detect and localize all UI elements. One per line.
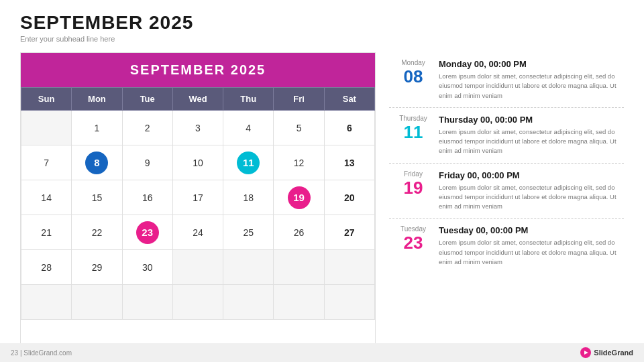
calendar-cell: 18 <box>223 180 274 215</box>
calendar-cell <box>223 250 274 285</box>
calendar-cell: 24 <box>172 215 223 250</box>
page-subtitle: Enter your subhead line here <box>20 35 624 43</box>
calendar-cell: 27 <box>324 215 374 250</box>
calendar-cell: 9 <box>122 145 172 180</box>
calendar-title: SEPTEMBER 2025 <box>21 53 375 87</box>
event-day-name: Monday <box>401 59 425 66</box>
event-day-num: 11 <box>404 123 423 141</box>
calendar-cell: 7 <box>21 145 72 180</box>
day-header-mon: Mon <box>72 88 122 111</box>
calendar-cell: 2 <box>122 111 172 145</box>
calendar-cell: 25 <box>223 215 274 250</box>
calendar-cell: 14 <box>21 180 72 215</box>
calendar-cell <box>274 285 324 320</box>
calendar-cell: 5 <box>274 111 324 145</box>
calendar-week-row: 21222324252627 <box>21 215 375 250</box>
event-day-name: Thursday <box>399 115 427 122</box>
highlighted-day: 23 <box>136 221 159 244</box>
calendar-cell: 29 <box>72 250 122 285</box>
event-details: Thursday 00, 00:00 PM Lorem ipsum dolor … <box>439 115 619 156</box>
day-header-sat: Sat <box>324 88 374 111</box>
calendar-cell: 3 <box>172 111 223 145</box>
event-details: Friday 00, 00:00 PM Lorem ipsum dolor si… <box>439 170 619 212</box>
calendar-cell: 16 <box>122 180 172 215</box>
calendar-cell: 21 <box>21 215 72 250</box>
calendar-cell: 12 <box>274 145 324 180</box>
day-header-tue: Tue <box>122 88 172 111</box>
event-desc: Lorem ipsum dolor sit amet, consectetur … <box>439 238 619 267</box>
event-desc: Lorem ipsum dolor sit amet, consectetur … <box>439 183 619 212</box>
event-day-name: Friday <box>404 170 423 178</box>
calendar-cell: 17 <box>172 180 223 215</box>
calendar-cell <box>324 285 374 320</box>
event-item: Friday 19 Friday 00, 00:00 PM Lorem ipsu… <box>389 164 624 219</box>
calendar-cell <box>72 285 122 320</box>
event-item: Tuesday 23 Tuesday 00, 00:00 PM Lorem ip… <box>389 219 624 274</box>
calendar-cell: 22 <box>72 215 122 250</box>
logo-icon <box>580 347 591 358</box>
calendar-cell: 1 <box>72 111 122 145</box>
calendar-cell <box>172 285 223 320</box>
calendar-cell: 13 <box>324 145 374 180</box>
event-item: Thursday 11 Thursday 00, 00:00 PM Lorem … <box>389 108 624 164</box>
day-header-sun: Sun <box>21 88 72 111</box>
highlighted-day: 19 <box>288 186 311 209</box>
event-title: Tuesday 00, 00:00 PM <box>439 225 619 235</box>
calendar-cell: 4 <box>223 111 274 145</box>
logo-text: SlideGrand <box>594 349 633 357</box>
calendar-cell <box>324 250 374 285</box>
event-title: Thursday 00, 00:00 PM <box>439 115 619 125</box>
highlighted-day: 11 <box>237 152 260 174</box>
page-header: SEPTEMBER 2025 Enter your subhead line h… <box>0 0 644 46</box>
event-day-col: Monday 08 <box>394 59 432 85</box>
calendar-cell <box>122 285 172 320</box>
calendar-header-row: Sun Mon Tue Wed Thu Fri Sat <box>21 88 375 111</box>
calendar-cell: 6 <box>324 111 374 145</box>
event-day-num: 19 <box>404 179 423 196</box>
page-title: SEPTEMBER 2025 <box>20 12 624 34</box>
calendar-week-row: 282930 <box>21 250 375 285</box>
event-details: Monday 00, 00:00 PM Lorem ipsum dolor si… <box>439 59 619 101</box>
footer: 23 | SlideGrand.com SlideGrand <box>0 343 644 362</box>
calendar-cell <box>274 250 324 285</box>
main-content: SEPTEMBER 2025 Sun Mon Tue Wed Thu Fri S… <box>0 46 644 361</box>
calendar-cell: 8 <box>72 145 122 180</box>
event-day-num: 08 <box>404 68 423 85</box>
event-day-col: Tuesday 23 <box>394 225 432 251</box>
calendar-cell <box>21 111 72 145</box>
calendar-grid: Sun Mon Tue Wed Thu Fri Sat 123456789101… <box>21 87 375 320</box>
calendar-cell: 23 <box>122 215 172 250</box>
calendar-cell <box>172 250 223 285</box>
footer-left: 23 | SlideGrand.com <box>11 349 72 357</box>
highlighted-day: 8 <box>85 152 108 174</box>
calendar-cell: 26 <box>274 215 324 250</box>
event-item: Monday 08 Monday 00, 00:00 PM Lorem ipsu… <box>389 52 624 108</box>
calendar-week-row <box>21 285 375 320</box>
footer-site: | SlideGrand.com <box>20 349 72 357</box>
calendar-cell <box>223 285 274 320</box>
event-desc: Lorem ipsum dolor sit amet, consectetur … <box>439 72 619 101</box>
calendar-cell: 28 <box>21 250 72 285</box>
calendar: SEPTEMBER 2025 Sun Mon Tue Wed Thu Fri S… <box>20 52 376 354</box>
calendar-cell: 11 <box>223 145 274 180</box>
day-header-fri: Fri <box>274 88 324 111</box>
calendar-cell <box>21 285 72 320</box>
event-title: Monday 00, 00:00 PM <box>439 59 619 69</box>
calendar-cell: 10 <box>172 145 223 180</box>
event-title: Friday 00, 00:00 PM <box>439 170 619 180</box>
event-day-num: 23 <box>404 234 423 251</box>
event-desc: Lorem ipsum dolor sit amet, consectetur … <box>439 127 619 156</box>
event-details: Tuesday 00, 00:00 PM Lorem ipsum dolor s… <box>439 225 619 267</box>
events-panel: Monday 08 Monday 00, 00:00 PM Lorem ipsu… <box>389 52 624 354</box>
event-day-col: Friday 19 <box>394 170 432 196</box>
calendar-cell: 20 <box>324 180 374 215</box>
calendar-cell: 30 <box>122 250 172 285</box>
event-day-name: Tuesday <box>400 225 426 233</box>
footer-right: SlideGrand <box>580 347 633 358</box>
calendar-week-row: 78910111213 <box>21 145 375 180</box>
calendar-week-row: 123456 <box>21 111 375 145</box>
calendar-cell: 19 <box>274 180 324 215</box>
calendar-cell: 15 <box>72 180 122 215</box>
page-number: 23 <box>11 349 18 357</box>
calendar-week-row: 14151617181920 <box>21 180 375 215</box>
